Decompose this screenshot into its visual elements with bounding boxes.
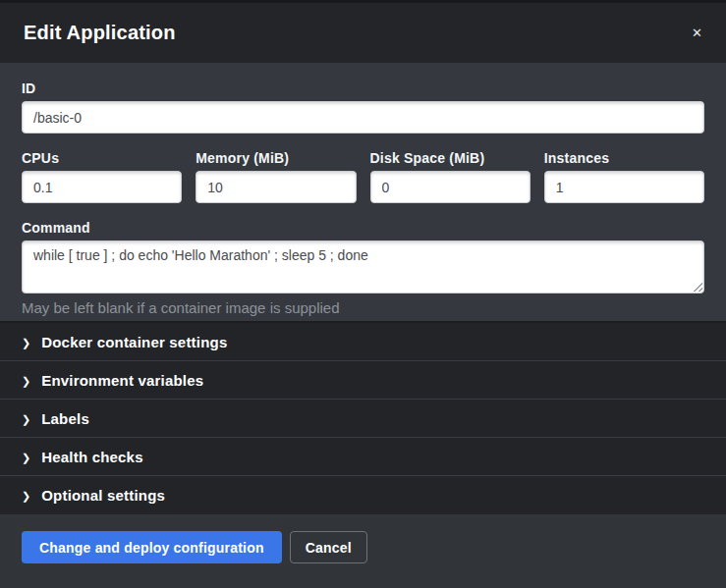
modal-footer: Change and deploy configuration Cancel [0, 514, 726, 588]
resource-fields-row: CPUs Memory (MiB) Disk Space (MiB) Insta… [22, 150, 704, 203]
chevron-right-icon: ❯ [22, 337, 30, 347]
section-label: Optional settings [41, 487, 165, 504]
cpus-input[interactable] [22, 171, 182, 203]
command-help-text: May be left blank if a container image i… [22, 299, 704, 316]
section-health-checks[interactable]: ❯ Health checks [0, 438, 726, 476]
section-optional-settings[interactable]: ❯ Optional settings [0, 476, 726, 514]
instances-input[interactable] [544, 171, 704, 203]
command-textarea-wrap: while [ true ] ; do echo 'Hello Marathon… [22, 241, 704, 294]
cpus-label: CPUs [22, 150, 182, 166]
section-label: Health checks [41, 449, 142, 465]
edit-application-modal: Edit Application ✕ ID CPUs Memory (MiB) … [0, 0, 726, 588]
command-label: Command [22, 220, 704, 236]
instances-label: Instances [544, 150, 704, 166]
memory-input[interactable] [195, 171, 356, 203]
modal-header: Edit Application ✕ [0, 3, 726, 63]
disk-space-field-group: Disk Space (MiB) [370, 150, 531, 203]
chevron-right-icon: ❯ [22, 452, 30, 462]
command-textarea[interactable]: while [ true ] ; do echo 'Hello Marathon… [22, 241, 704, 294]
section-docker-container-settings[interactable]: ❯ Docker container settings [0, 323, 726, 361]
cancel-button[interactable]: Cancel [290, 531, 367, 563]
disk-space-input[interactable] [370, 171, 531, 203]
modal-title: Edit Application [24, 22, 176, 44]
id-field-group: ID [22, 80, 704, 134]
chevron-right-icon: ❯ [22, 413, 30, 424]
chevron-right-icon: ❯ [22, 375, 30, 386]
chevron-right-icon: ❯ [22, 491, 30, 502]
collapsible-sections: ❯ Docker container settings ❯ Environmen… [0, 321, 726, 514]
memory-field-group: Memory (MiB) [195, 150, 356, 203]
section-label: Labels [41, 410, 89, 427]
command-field-group: Command while [ true ] ; do echo 'Hello … [22, 220, 704, 316]
instances-field-group: Instances [544, 150, 704, 203]
section-environment-variables[interactable]: ❯ Environment variables [0, 361, 726, 400]
disk-space-label: Disk Space (MiB) [370, 150, 531, 166]
close-icon[interactable]: ✕ [686, 21, 708, 45]
id-input[interactable] [22, 101, 704, 134]
cpus-field-group: CPUs [22, 150, 182, 203]
section-labels[interactable]: ❯ Labels [0, 400, 726, 438]
section-label: Docker container settings [41, 334, 227, 350]
change-and-deploy-button[interactable]: Change and deploy configuration [22, 531, 282, 563]
memory-label: Memory (MiB) [195, 150, 356, 166]
section-label: Environment variables [41, 372, 203, 389]
id-label: ID [22, 80, 704, 96]
application-form: ID CPUs Memory (MiB) Disk Space (MiB) In… [0, 63, 726, 321]
